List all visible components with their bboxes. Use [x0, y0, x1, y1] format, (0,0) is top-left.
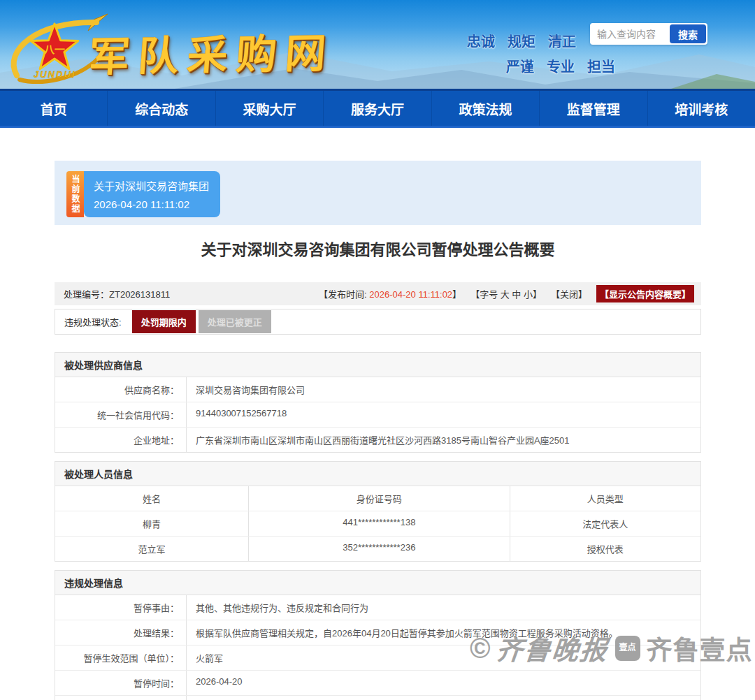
row-label: 组织形式：	[55, 696, 187, 700]
site-banner: 八一 JUNDUI 军队采购网 忠诚 规矩 清正 严谨 专业 担当 搜索	[0, 0, 755, 89]
slogan-word: 清正	[548, 31, 576, 51]
publish-time-suffix: 】	[452, 289, 461, 300]
current-data-title: 关于对深圳交易咨询集团	[94, 178, 209, 193]
info-bar-right: 【发布时间: 2026-04-20 11:11:02】 【字号 大 中 小】 【…	[319, 285, 694, 302]
nav-item-training[interactable]: 培训考核	[647, 91, 755, 126]
close-link[interactable]: 【关闭】	[551, 287, 587, 300]
slogan-word: 专业	[547, 56, 575, 76]
supplier-info-section: 被处理供应商信息 供应商名称： 深圳交易咨询集团有限公司 统一社会信用代码： 9…	[55, 352, 701, 453]
status-corrected-button[interactable]: 处理已被更正	[199, 310, 271, 333]
search-input[interactable]	[591, 29, 670, 40]
table-row: 组织形式： 自行采购	[55, 695, 700, 700]
main-content: 当前数据 关于对深圳交易咨询集团 2026-04-20 11:11:02 关于对…	[55, 161, 701, 700]
nav-item-home[interactable]: 首页	[0, 91, 107, 126]
site-title: 军队采购网	[87, 20, 336, 83]
row-value: 2026-04-20	[187, 671, 700, 695]
row-label: 暂停事由：	[55, 595, 187, 620]
row-label: 统一社会信用代码：	[55, 402, 187, 427]
table-row: 统一社会信用代码： 914403007152567718	[55, 402, 700, 427]
nav-item-procurement-hall[interactable]: 采购大厅	[215, 91, 323, 126]
search-button[interactable]: 搜索	[670, 24, 706, 43]
table-row: 柳青 441************138 法定代表人	[55, 511, 700, 536]
process-number: 处理编号：ZT2026131811	[64, 287, 170, 300]
nav-item-service-hall[interactable]: 服务大厅	[323, 91, 431, 126]
logo-star-glyph: 八一	[43, 43, 65, 55]
publish-time: 【发布时间: 2026-04-20 11:11:02】	[319, 287, 461, 300]
current-data-card[interactable]: 关于对深圳交易咨询集团 2026-04-20 11:11:02	[84, 171, 220, 217]
row-value: 自行采购	[187, 696, 700, 700]
row-value: 广东省深圳市南山区深圳市南山区西丽街道曙光社区沙河西路3185号南山智谷产业园A…	[187, 428, 700, 452]
person-id-number: 441************138	[248, 511, 510, 536]
column-header: 人员类型	[510, 486, 700, 511]
page-title: 关于对深圳交易咨询集团有限公司暂停处理公告概要	[55, 237, 701, 259]
table-row: 供应商名称： 深圳交易咨询集团有限公司	[55, 377, 700, 402]
logo-latin-text: JUNDUI	[34, 69, 76, 80]
row-label: 企业地址：	[55, 428, 187, 452]
violation-section-title: 违规处理信息	[55, 571, 700, 595]
publish-time-value: 2026-04-20 11:11:02	[369, 289, 452, 300]
row-label: 供应商名称：	[55, 377, 187, 402]
persons-info-section: 被处理人员信息 姓名 身份证号码 人员类型 柳青 441************…	[55, 461, 701, 562]
current-data-panel: 当前数据 关于对深圳交易咨询集团 2026-04-20 11:11:02	[55, 161, 701, 225]
slogan-word: 担当	[587, 56, 615, 76]
row-value: 深圳交易咨询集团有限公司	[187, 377, 700, 402]
slogan-line-2: 严谨 专业 担当	[506, 56, 615, 76]
current-data-time: 2026-04-20 11:11:02	[94, 198, 209, 210]
supplier-section-title: 被处理供应商信息	[55, 353, 700, 377]
process-number-label: 处理编号：	[64, 289, 109, 300]
person-id-number: 352************236	[248, 537, 510, 561]
slogan-word: 规矩	[508, 31, 535, 51]
nav-item-policies[interactable]: 政策法规	[431, 91, 539, 126]
search-box: 搜索	[590, 23, 707, 45]
persons-section-title: 被处理人员信息	[55, 462, 700, 486]
table-row: 企业地址： 广东省深圳市南山区深圳市南山区西丽街道曙光社区沙河西路3185号南山…	[55, 427, 700, 452]
violation-status-row: 违规处理状态: 处罚期限内 处理已被更正	[55, 309, 701, 335]
nav-item-news[interactable]: 综合动态	[107, 91, 215, 126]
row-label: 暂停时间：	[55, 671, 187, 695]
table-row: 暂停事由： 其他、其他违规行为、违反规定和合同行为	[55, 595, 700, 620]
row-value: 火箭军	[187, 646, 700, 670]
table-row: 暂停生效范围（单位）： 火箭军	[55, 645, 700, 670]
column-header: 姓名	[55, 486, 248, 511]
violation-info-section: 违规处理信息 暂停事由： 其他、其他违规行为、违反规定和合同行为 处理结果： 根…	[55, 570, 701, 700]
table-row: 处理结果： 根据军队供应商管理相关规定，自2026年04月20日起暂停其参加火箭…	[55, 620, 700, 645]
status-in-penalty-button[interactable]: 处罚期限内	[132, 310, 196, 333]
show-summary-button[interactable]: 【显示公告内容概要】	[596, 285, 694, 302]
table-row: 范立军 352************236 授权代表	[55, 536, 700, 561]
row-label: 处理结果：	[55, 620, 187, 645]
announcement-info-bar: 处理编号：ZT2026131811 【发布时间: 2026-04-20 11:1…	[55, 282, 701, 305]
row-value: 914403007152567718	[187, 402, 700, 427]
process-number-value: ZT2026131811	[109, 289, 170, 300]
main-nav: 首页 综合动态 采购大厅 服务大厅 政策法规 监督管理 培训考核	[0, 89, 755, 128]
person-name: 范立军	[55, 537, 248, 561]
person-type: 授权代表	[510, 537, 700, 561]
person-name: 柳青	[55, 511, 248, 536]
row-label: 暂停生效范围（单位）：	[55, 646, 187, 670]
column-header: 身份证号码	[248, 486, 510, 511]
slogan-word: 忠诚	[467, 31, 495, 51]
slogan-word: 严谨	[506, 56, 534, 76]
publish-time-prefix: 【发布时间:	[319, 289, 369, 300]
current-data-widget: 当前数据 关于对深圳交易咨询集团 2026-04-20 11:11:02	[66, 171, 220, 217]
table-row: 暂停时间： 2026-04-20	[55, 670, 700, 695]
violation-status-label: 违规处理状态:	[64, 315, 122, 328]
row-value: 其他、其他违规行为、违反规定和合同行为	[187, 595, 700, 620]
nav-item-supervision[interactable]: 监督管理	[539, 91, 647, 126]
table-header-row: 姓名 身份证号码 人员类型	[55, 486, 700, 511]
row-value: 根据军队供应商管理相关规定，自2026年04月20日起暂停其参加火箭军范围物资工…	[187, 620, 700, 645]
font-size-control[interactable]: 【字号 大 中 小】	[470, 287, 542, 300]
person-type: 法定代表人	[510, 511, 700, 536]
current-data-tab: 当前数据	[66, 171, 84, 217]
